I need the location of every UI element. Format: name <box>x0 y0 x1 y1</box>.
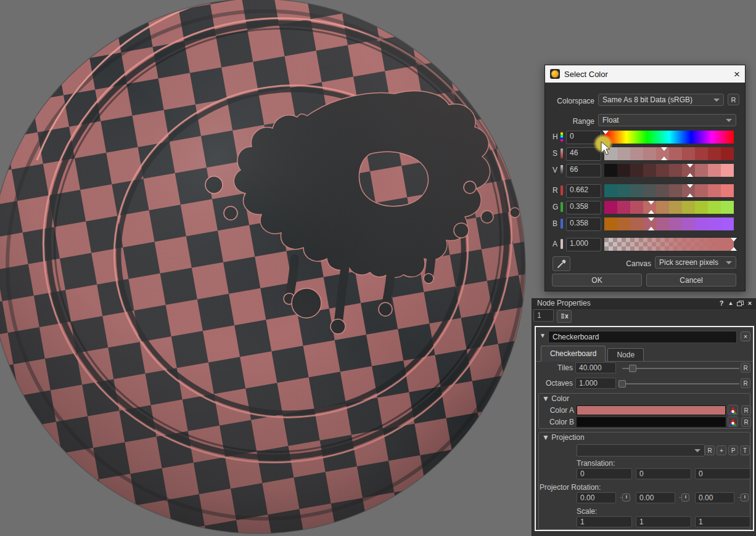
eyedropper-icon <box>557 259 567 269</box>
max-panels-field[interactable]: 1 <box>533 309 554 322</box>
tiles-slider-handle[interactable] <box>629 365 636 372</box>
octaves-reset-button[interactable]: R <box>741 378 750 388</box>
blue-channel-icon <box>561 219 563 229</box>
projection-axis-row: R + P T <box>536 444 753 457</box>
color-b-picker-button[interactable] <box>728 416 738 427</box>
octaves-field[interactable]: 1.000 <box>575 378 616 389</box>
scale-z-field[interactable]: 1 <box>695 516 750 527</box>
application-window: Select Color × Colorspace Same As 8 bit … <box>0 0 756 536</box>
colorspace-dropdown[interactable]: Same As 8 bit Data (sRGB) <box>598 94 724 106</box>
slider-marker-icon[interactable] <box>687 173 693 177</box>
color-a-row: Color A R <box>536 405 753 417</box>
collapse-icon[interactable]: ▼ <box>542 394 549 403</box>
canvas-dropdown[interactable]: Pick screen pixels <box>655 256 736 269</box>
color-wheel-icon <box>729 418 737 426</box>
tab-node[interactable]: Node <box>607 348 644 361</box>
colorspace-label: Colorspace <box>545 97 594 105</box>
projection-group-header[interactable]: ▼ Projection <box>542 433 585 442</box>
color-a-swatch[interactable] <box>577 405 726 415</box>
slider-marker-icon[interactable] <box>648 227 654 230</box>
slider-marker-icon[interactable] <box>648 217 654 221</box>
red-channel-icon <box>561 185 563 195</box>
slider-marker-icon[interactable] <box>687 193 693 197</box>
slider-marker-icon[interactable] <box>661 156 667 160</box>
value-value-field[interactable]: 66 <box>566 164 601 177</box>
rotation-y-dial[interactable] <box>681 493 689 501</box>
color-group-header[interactable]: ▼ Color <box>542 394 569 403</box>
help-icon[interactable]: ? <box>718 299 725 307</box>
close-icon[interactable]: × <box>734 69 740 79</box>
projection-add-button[interactable]: + <box>717 445 726 455</box>
projection-axis-dropdown[interactable] <box>577 444 705 457</box>
red-slider-bar[interactable] <box>604 184 734 197</box>
slider-marker-icon[interactable] <box>731 247 737 251</box>
blue-slider-bar[interactable] <box>604 217 734 230</box>
rotation-x-field[interactable]: 0.00 <box>577 492 616 503</box>
red-slider-row: R 0.662 <box>545 184 745 197</box>
green-value-field[interactable]: 0.358 <box>566 201 601 214</box>
node-name-field[interactable]: Checkerboard <box>548 331 737 343</box>
hue-label: H <box>553 132 560 141</box>
slider-marker-icon[interactable] <box>648 201 654 205</box>
rotation-z-dial[interactable] <box>741 493 749 501</box>
tiles-row: Tiles 40.000 R <box>536 362 753 375</box>
translation-row: 0 0 0 <box>536 468 753 481</box>
blue-value-field[interactable]: 0.358 <box>566 217 601 231</box>
hue-slider-bar[interactable] <box>604 131 734 144</box>
slider-marker-icon[interactable] <box>731 238 737 242</box>
dialog-titlebar[interactable]: Select Color × <box>545 65 745 83</box>
collapse-icon[interactable]: ▼ <box>542 433 549 442</box>
close-all-panels-button[interactable] <box>557 310 572 323</box>
scale-x-field[interactable]: 1 <box>577 516 632 527</box>
tiles-field[interactable]: 40.000 <box>575 362 616 373</box>
canvas-label: Canvas <box>604 259 651 268</box>
close-icon[interactable]: × <box>746 299 754 307</box>
tiles-slider[interactable] <box>622 368 739 369</box>
tab-checkerboard[interactable]: Checkerboard <box>541 346 606 361</box>
close-node-icon[interactable]: × <box>741 331 750 341</box>
green-slider-bar[interactable] <box>604 201 734 214</box>
slider-marker-icon[interactable] <box>661 147 667 151</box>
saturation-label: S <box>553 149 560 158</box>
slider-marker-icon[interactable] <box>648 210 654 214</box>
projector-rotation-label: Projector Rotation: <box>540 483 601 492</box>
eyedropper-button[interactable] <box>553 256 570 271</box>
rotation-z-field[interactable]: 0.00 <box>695 492 734 503</box>
rotation-x-dial[interactable] <box>622 493 630 501</box>
collapse-node-icon[interactable]: ▼ <box>540 332 546 339</box>
saturation-slider-bar[interactable] <box>604 147 734 160</box>
scale-y-field[interactable]: 1 <box>636 516 691 527</box>
color-a-reset-button[interactable]: R <box>741 405 751 415</box>
translation-z-field[interactable]: 0 <box>695 468 750 479</box>
translation-y-field[interactable]: 0 <box>636 468 691 479</box>
value-slider-bar[interactable] <box>604 164 734 177</box>
tiles-label: Tiles <box>537 363 573 372</box>
restore-window-icon[interactable] <box>737 301 743 306</box>
colorspace-reset-button[interactable]: R <box>728 94 739 105</box>
projection-t-button[interactable]: T <box>740 445 750 455</box>
alpha-slider-bar[interactable] <box>604 238 734 251</box>
color-a-picker-button[interactable] <box>728 405 738 415</box>
projection-p-button[interactable]: P <box>728 445 738 455</box>
color-b-reset-button[interactable]: R <box>741 417 751 427</box>
slider-marker-icon[interactable] <box>687 184 693 188</box>
octaves-slider[interactable] <box>622 383 739 384</box>
octaves-slider-handle[interactable] <box>618 380 626 388</box>
red-value-field[interactable]: 0.662 <box>566 184 601 198</box>
tiles-reset-button[interactable]: R <box>741 363 750 373</box>
cancel-button[interactable]: Cancel <box>646 274 736 286</box>
float-panel-icon[interactable]: ▲ <box>727 300 734 306</box>
projection-reset-button[interactable]: R <box>705 445 715 455</box>
translation-x-field[interactable]: 0 <box>577 468 632 479</box>
slider-marker-icon[interactable] <box>687 164 693 168</box>
green-slider-row: G 0.358 <box>545 201 745 214</box>
color-b-swatch[interactable] <box>577 417 726 427</box>
alpha-label: A <box>553 240 560 248</box>
range-dropdown[interactable]: Float <box>598 114 736 126</box>
ok-button[interactable]: OK <box>552 274 642 286</box>
node-tabs: Checkerboard Node <box>541 346 644 361</box>
alpha-value-field[interactable]: 1.000 <box>566 238 601 251</box>
dialog-buttons: OK Cancel <box>545 274 745 286</box>
node-properties-header[interactable]: Node Properties ? ▲ × <box>532 298 756 309</box>
rotation-y-field[interactable]: 0.00 <box>636 492 675 503</box>
